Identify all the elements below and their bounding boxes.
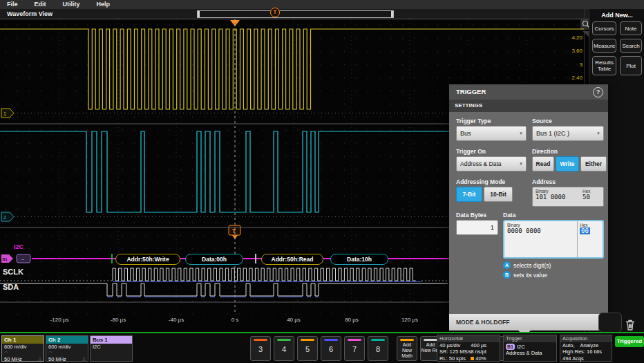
- data-binary-label: Binary: [507, 223, 574, 227]
- ch1-marker-label: 1: [3, 111, 6, 116]
- add-new-measure[interactable]: Measure: [592, 39, 616, 53]
- drag-to-delete-zone[interactable]: [598, 313, 622, 333]
- channel-button-label: 7: [345, 345, 364, 353]
- source-value: Bus 1 (I2C ): [536, 130, 569, 137]
- acquisition-row: Auto, Analyze: [560, 342, 612, 348]
- hint-b-text: sets its value: [513, 272, 547, 279]
- channel-button-3[interactable]: 3: [250, 336, 271, 361]
- direction-write[interactable]: Write: [556, 156, 579, 171]
- data-binary-value[interactable]: 0000 0000: [507, 227, 574, 234]
- add-new-plot[interactable]: Plot: [620, 56, 642, 75]
- horizontal-cell: RL: 50 kpts: [439, 355, 471, 362]
- trigger-type-value: Bus: [460, 130, 471, 137]
- addressing-10-bit[interactable]: 10-Bit: [484, 187, 513, 202]
- add-new-note[interactable]: Note: [620, 21, 642, 35]
- knob-a-icon: A: [503, 261, 511, 269]
- channel-badge-row: 50 MHz⎍: [2, 356, 44, 362]
- channel-button-label: 5: [298, 345, 317, 353]
- add-new-cursors[interactable]: Cursors: [592, 21, 616, 35]
- address-binary-value[interactable]: 101 0000: [536, 194, 577, 201]
- hint-a-text: selects digit(s): [513, 262, 551, 269]
- channel-badge-row: I2C: [91, 344, 132, 350]
- trigger-on-label: Trigger On: [456, 148, 486, 155]
- add-new-buttons: CursorsNoteMeasureSearchResults TablePlo…: [592, 21, 642, 75]
- data-hex-value[interactable]: 00: [580, 227, 590, 234]
- trigger-readout-title: Trigger: [504, 335, 556, 342]
- time-axis-label: -80 µs: [102, 317, 135, 323]
- channel-button-label: 4: [274, 345, 294, 353]
- acquisition-title: Acquisition: [560, 335, 612, 342]
- address-field[interactable]: Binary 101 0000 Hex 50: [532, 187, 604, 207]
- time-axis-label: 40 µs: [277, 317, 310, 323]
- vertical-scale-label: 3: [563, 62, 583, 68]
- add-new-search[interactable]: Search: [620, 39, 642, 53]
- trigger-bus-value: I2C: [517, 344, 525, 350]
- mode-holdoff-section[interactable]: MODE & HOLDOFF ›: [449, 314, 608, 331]
- data-bytes-field[interactable]: 1: [456, 220, 498, 235]
- mode-holdoff-label: MODE & HOLDOFF: [456, 319, 509, 326]
- triggered-status-badge: Triggered: [615, 336, 644, 347]
- direction-either[interactable]: Either: [580, 156, 607, 171]
- add-new-math-button[interactable]: Add New Math: [397, 336, 417, 361]
- data-field[interactable]: Binary 0000 0000 Hex 00: [503, 220, 604, 259]
- trigger-panel: TRIGGER ? SETTINGS Trigger Type Bus ▼ So…: [449, 84, 608, 331]
- horizontal-cell: 8 ns/pt: [471, 348, 498, 355]
- channel-badge-bus1[interactable]: Bus 1I2C: [90, 335, 133, 362]
- sda-label: SDA: [3, 283, 19, 291]
- digital-filter-icon: ⎍: [82, 356, 86, 362]
- addressing-7-bit[interactable]: 7-Bit: [456, 187, 482, 202]
- chevron-down-icon: ▼: [519, 157, 523, 171]
- add-new-results-table[interactable]: Results Table: [592, 56, 616, 75]
- bus-name-label: I2C: [14, 243, 23, 250]
- bus-decode-box: Data:10h: [330, 254, 388, 265]
- addressing-mode-label: Addressing Mode: [456, 178, 505, 185]
- trash-icon[interactable]: [622, 316, 638, 333]
- probe-icon: ◠: [2, 350, 44, 356]
- trigger-panel-header[interactable]: TRIGGER ?: [449, 84, 608, 100]
- add-button-stripe: [424, 339, 437, 341]
- bus-decode-box: Addr:50h:Write: [115, 254, 180, 265]
- address-hex-value[interactable]: 50: [583, 194, 600, 201]
- horizontal-cell: 400 µs: [471, 342, 498, 348]
- trigger-mode-value: Address & Data: [504, 350, 556, 356]
- channel-badge-ch2[interactable]: Ch 2600 m/div◠50 MHz⎍: [46, 335, 88, 362]
- sclk-waveform: [113, 268, 416, 281]
- channel-button-5[interactable]: 5: [297, 336, 318, 361]
- time-axis-label: 80 µs: [335, 317, 368, 323]
- hint-b: B sets its value: [503, 271, 547, 279]
- knob-b-icon: B: [503, 271, 511, 279]
- channel-button-label: 6: [321, 345, 341, 353]
- channel-button-8[interactable]: 8: [368, 336, 388, 361]
- channel-button-4[interactable]: 4: [274, 336, 294, 361]
- settings-section-header: SETTINGS: [449, 100, 608, 112]
- acquisition-readout[interactable]: Acquisition Auto, AnalyzeHigh Res: 16 bi…: [560, 335, 612, 362]
- vertical-scale-label: 3.60: [563, 48, 583, 54]
- trigger-type-dropdown[interactable]: Bus ▼: [456, 126, 527, 141]
- b1-badge: B1: [506, 344, 515, 350]
- trigger-pin-label: T: [232, 227, 236, 234]
- trigger-readout[interactable]: Trigger B1I2C Address & Data: [503, 335, 557, 362]
- horizontal-readout[interactable]: Horizontal 40 µs/div400 µsSR: 125 MS/s8 …: [437, 335, 500, 362]
- trigger-on-dropdown[interactable]: Address & Data ▼: [456, 156, 527, 171]
- time-axis-label: 0 s: [218, 317, 252, 323]
- bus-decode-box: Data:00h: [185, 254, 243, 265]
- bus1-marker-label: B1: [3, 257, 8, 261]
- digital-filter-icon: ⎍: [38, 356, 41, 362]
- probe-icon: ◠: [46, 350, 88, 356]
- trigger-on-value: Address & Data: [460, 160, 502, 167]
- direction-read[interactable]: Read: [532, 156, 554, 171]
- bus-decode-box: Addr:50h:Read: [261, 254, 323, 265]
- source-dropdown[interactable]: Bus 1 (I2C ) ▼: [532, 126, 604, 141]
- source-label: Source: [532, 118, 552, 124]
- help-icon[interactable]: ?: [593, 87, 603, 97]
- channel-color-stripe: [371, 339, 385, 341]
- settings-label: SETTINGS: [455, 102, 482, 109]
- horizontal-cell: 40 µs/div: [439, 342, 471, 348]
- channel-badge-ch1[interactable]: Ch 1600 m/div◠50 MHz⎍: [1, 335, 44, 362]
- data-bytes-label: Data Bytes: [456, 212, 486, 218]
- horizontal-cell: 40%: [471, 355, 498, 362]
- channel-button-label: 3: [251, 345, 270, 353]
- channel-button-7[interactable]: 7: [344, 336, 365, 361]
- horizontal-row: 40 µs/div400 µs: [437, 342, 500, 348]
- channel-button-6[interactable]: 6: [321, 336, 341, 361]
